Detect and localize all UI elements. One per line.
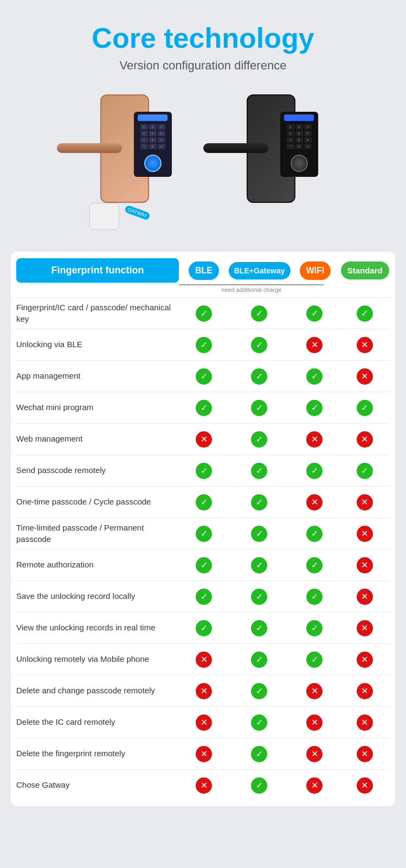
check-yes-icon: ✓ xyxy=(196,494,212,510)
check-no-icon: ✕ xyxy=(306,337,323,353)
check-yes-cell: ✓ xyxy=(229,368,289,385)
sub-note-row: need additional charge xyxy=(16,283,390,297)
check-no-icon: ✕ xyxy=(357,777,373,794)
check-yes-cell: ✓ xyxy=(289,368,340,385)
fingerprint-circle-right xyxy=(291,155,308,172)
check-yes-cell: ✓ xyxy=(229,337,289,353)
check-yes-icon: ✓ xyxy=(251,494,267,510)
check-no-icon: ✕ xyxy=(196,652,212,668)
check-no-icon: ✕ xyxy=(196,714,212,731)
check-no-icon: ✕ xyxy=(196,431,212,448)
table-row: Save the unlocking record locally✓✓✓✕ xyxy=(16,580,390,612)
sub-note-end xyxy=(324,284,390,293)
table-header-area: Fingerprint function BLE BLE+Gateway WIF… xyxy=(11,252,395,297)
header-wifi-label: WIFI xyxy=(300,261,331,280)
lock-handle-left xyxy=(57,143,122,153)
check-no-cell: ✕ xyxy=(179,683,229,699)
check-yes-icon: ✓ xyxy=(251,368,267,385)
table-row: Wechat mini program✓✓✓✓ xyxy=(16,392,390,423)
check-no-icon: ✕ xyxy=(306,777,323,794)
check-yes-cell: ✓ xyxy=(179,557,229,573)
header-ble-label: BLE xyxy=(189,261,219,280)
check-yes-icon: ✓ xyxy=(357,305,373,322)
kb: 9 xyxy=(304,137,312,143)
feature-cell: Send passcode remotely xyxy=(16,461,179,480)
check-no-icon: ✕ xyxy=(357,368,373,385)
kb: 0 xyxy=(295,144,303,149)
check-yes-cell: ✓ xyxy=(179,400,229,416)
check-no-icon: ✕ xyxy=(306,746,323,762)
table-row: One-time passcode / Cycle passcode✓✓✕✕ xyxy=(16,486,390,518)
feature-cell: Delete the IC card remotely xyxy=(16,712,179,732)
lock-handle-right xyxy=(203,143,268,153)
check-yes-icon: ✓ xyxy=(251,463,267,479)
check-no-cell: ✕ xyxy=(339,494,390,510)
check-no-cell: ✕ xyxy=(339,714,390,731)
check-no-cell: ✕ xyxy=(339,777,390,794)
feature-cell: Delete the fingerprint remotely xyxy=(16,744,179,763)
check-yes-icon: ✓ xyxy=(251,400,267,416)
kb: 0 xyxy=(149,144,157,149)
kb: * xyxy=(140,144,148,149)
check-no-icon: ✕ xyxy=(196,683,212,699)
check-no-cell: ✕ xyxy=(179,746,229,762)
check-yes-icon: ✓ xyxy=(196,400,212,416)
check-no-cell: ✕ xyxy=(289,683,340,699)
check-yes-cell: ✓ xyxy=(229,463,289,479)
feature-cell: Fingerprint/IC card / passcode/ mechanic… xyxy=(16,298,179,329)
kb: # xyxy=(304,144,312,149)
check-no-cell: ✕ xyxy=(339,683,390,699)
product-lock-right: 1 2 3 4 5 6 7 8 9 * 0 # xyxy=(220,89,333,235)
keypad-screen-right xyxy=(284,114,314,121)
check-no-cell: ✕ xyxy=(339,746,390,762)
check-yes-cell: ✓ xyxy=(229,620,289,636)
check-no-icon: ✕ xyxy=(306,683,323,699)
check-no-icon: ✕ xyxy=(357,652,373,668)
header-std-col: Standard xyxy=(340,261,390,279)
check-yes-icon: ✓ xyxy=(306,589,323,605)
check-yes-icon: ✓ xyxy=(306,557,323,573)
header-std-label: Standard xyxy=(341,261,389,279)
comparison-table: Fingerprint function BLE BLE+Gateway WIF… xyxy=(11,252,395,806)
feature-cell: Chose Gatway xyxy=(16,775,179,795)
check-yes-cell: ✓ xyxy=(179,494,229,510)
check-no-icon: ✕ xyxy=(306,431,323,448)
check-yes-cell: ✓ xyxy=(229,714,289,731)
check-no-cell: ✕ xyxy=(339,431,390,448)
check-yes-icon: ✓ xyxy=(306,463,323,479)
check-yes-cell: ✓ xyxy=(229,683,289,699)
check-yes-cell: ✓ xyxy=(289,305,340,322)
feature-cell: Save the unlocking record locally xyxy=(16,586,179,606)
check-yes-cell: ✓ xyxy=(229,400,289,416)
feature-cell: Wechat mini program xyxy=(16,398,179,417)
kb: 2 xyxy=(149,124,157,130)
check-yes-cell: ✓ xyxy=(229,494,289,510)
check-no-cell: ✕ xyxy=(289,777,340,794)
table-row: Send passcode remotely✓✓✓✓ xyxy=(16,455,390,486)
table-row: App management✓✓✓✕ xyxy=(16,360,390,392)
check-no-cell: ✕ xyxy=(339,589,390,605)
page-title: Core technology xyxy=(11,22,395,54)
gateway-tag: GATWAY xyxy=(124,205,151,220)
kb: 7 xyxy=(287,137,294,143)
check-yes-cell: ✓ xyxy=(289,557,340,573)
kb: 1 xyxy=(140,124,148,130)
kb: # xyxy=(158,144,165,149)
check-yes-icon: ✓ xyxy=(196,337,212,353)
feature-cell: View the unlocking records in real time xyxy=(16,618,179,637)
table-row: Chose Gatway✕✓✕✕ xyxy=(16,769,390,801)
check-no-cell: ✕ xyxy=(289,337,340,353)
check-yes-icon: ✓ xyxy=(357,463,373,479)
keypad-screen-left xyxy=(138,114,167,121)
table-row: Unlocking remotely via Mobile phone✕✓✓✕ xyxy=(16,643,390,675)
table-row: Web management✕✓✕✕ xyxy=(16,423,390,455)
check-yes-icon: ✓ xyxy=(251,431,267,448)
check-no-cell: ✕ xyxy=(289,494,340,510)
check-yes-icon: ✓ xyxy=(196,305,212,322)
check-yes-icon: ✓ xyxy=(306,652,323,668)
check-yes-icon: ✓ xyxy=(196,589,212,605)
check-yes-icon: ✓ xyxy=(251,683,267,699)
check-yes-cell: ✓ xyxy=(289,400,340,416)
product-lock-left: 1 2 3 4 5 6 7 8 9 * 0 # xyxy=(73,89,187,235)
kb: 2 xyxy=(295,124,303,130)
